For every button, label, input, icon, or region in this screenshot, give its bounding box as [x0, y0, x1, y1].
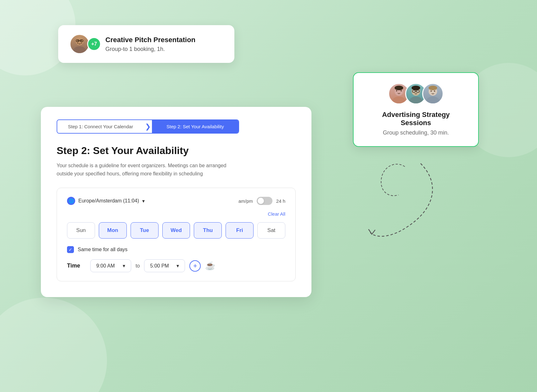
avatar-3-svg [423, 83, 443, 104]
svg-point-3 [81, 40, 82, 41]
time-to-separator: to [136, 263, 140, 269]
svg-point-21 [426, 97, 440, 104]
card-creative-pitch-title: Creative Pitch Presentation [105, 36, 195, 44]
same-time-label: Same time for all days [78, 247, 127, 252]
svg-point-10 [392, 97, 406, 104]
coffee-icon[interactable]: ☕ [205, 261, 215, 271]
format-ampm-label: am/pm [238, 198, 253, 204]
day-sat[interactable]: Sat [257, 222, 285, 239]
svg-point-11 [394, 86, 403, 90]
svg-point-23 [431, 91, 432, 92]
stepper: Step 1: Connect Your Calendar ❯ Step 2: … [57, 119, 239, 134]
time-format-switch[interactable] [257, 197, 272, 205]
time-from-dropdown-icon: ▾ [123, 263, 125, 269]
card-creative-pitch: +7 Creative Pitch Presentation Group-to … [58, 25, 234, 63]
timezone-selector[interactable]: 🌐 Europe/Amsterdam (11:04) ▾ [67, 197, 145, 205]
section-title: Step 2: Set Your Availability [57, 145, 296, 157]
svg-rect-18 [417, 90, 419, 92]
card-advertising-subtitle: Group scheduling, 30 min. [366, 130, 466, 136]
time-row: Time 9:00 AM ▾ to 5:00 PM ▾ + ☕ [67, 259, 285, 272]
card-creative-pitch-subtitle: Group-to 1 booking, 1h. [105, 46, 195, 52]
same-time-row: ✓ Same time for all days [67, 246, 285, 253]
svg-point-22 [428, 86, 437, 90]
avatar-image [70, 34, 90, 54]
avatar-stack: +7 [70, 34, 98, 54]
time-label: Time [67, 262, 86, 269]
time-format-toggle: am/pm 24 h [238, 197, 285, 205]
day-tue[interactable]: Tue [131, 222, 159, 239]
toggle-knob [258, 198, 264, 204]
svg-point-13 [400, 90, 402, 91]
same-time-checkbox[interactable]: ✓ [67, 246, 74, 253]
day-mon[interactable]: Mon [99, 222, 127, 239]
svg-rect-4 [77, 42, 78, 44]
day-wed[interactable]: Wed [162, 222, 190, 239]
advertising-avatar-row [366, 83, 466, 104]
svg-rect-17 [412, 90, 415, 92]
day-sun[interactable]: Sun [67, 222, 95, 239]
svg-point-12 [396, 90, 397, 91]
section-description: Your schedule is a guideline for event o… [57, 162, 239, 178]
timezone-row: 🌐 Europe/Amsterdam (11:04) ▾ am/pm 24 h [67, 197, 285, 205]
add-time-slot-button[interactable]: + [189, 260, 201, 272]
avatar-person-3 [422, 83, 444, 104]
avatar-count-badge: +7 [87, 37, 101, 51]
svg-point-1 [73, 46, 86, 54]
step-1[interactable]: Step 1: Connect Your Calendar [57, 120, 144, 133]
day-thu[interactable]: Thu [194, 222, 222, 239]
step-1-label: Step 1: Connect Your Calendar [68, 124, 133, 129]
svg-point-2 [77, 40, 79, 41]
timezone-dropdown-icon: ▾ [142, 198, 145, 204]
main-form-card: Step 1: Connect Your Calendar ❯ Step 2: … [41, 107, 311, 297]
availability-settings-box: 🌐 Europe/Amsterdam (11:04) ▾ am/pm 24 h … [57, 188, 296, 281]
decorative-blob-2 [0, 298, 107, 392]
globe-icon: 🌐 [67, 197, 75, 205]
person-avatar-svg [70, 34, 89, 54]
time-to-value: 5:00 PM [150, 263, 169, 269]
day-fri[interactable]: Fri [226, 222, 254, 239]
svg-point-15 [409, 97, 423, 104]
time-to-dropdown-icon: ▾ [176, 263, 179, 269]
timezone-label: Europe/Amsterdam (11:04) [78, 198, 139, 204]
svg-point-16 [411, 86, 420, 90]
step-arrow-icon: ❯ [144, 123, 152, 131]
step-2-label: Step 2: Set Your Availability [166, 124, 224, 129]
clear-all-button[interactable]: Clear All [67, 211, 285, 217]
step-2[interactable]: Step 2: Set Your Availability [152, 120, 238, 133]
format-24h-label: 24 h [276, 198, 285, 204]
day-buttons-row: Sun Mon Tue Wed Thu Fri Sat [67, 222, 285, 239]
time-from-value: 9:00 AM [96, 263, 115, 269]
svg-rect-5 [81, 42, 82, 44]
card-creative-pitch-text: Creative Pitch Presentation Group-to 1 b… [105, 36, 195, 52]
svg-point-24 [434, 91, 435, 92]
time-to-select[interactable]: 5:00 PM ▾ [144, 259, 185, 272]
card-advertising-strategy: Advertising Strategy Sessions Group sche… [353, 72, 479, 147]
time-from-select[interactable]: 9:00 AM ▾ [90, 259, 131, 272]
card-advertising-title: Advertising Strategy Sessions [366, 111, 466, 127]
